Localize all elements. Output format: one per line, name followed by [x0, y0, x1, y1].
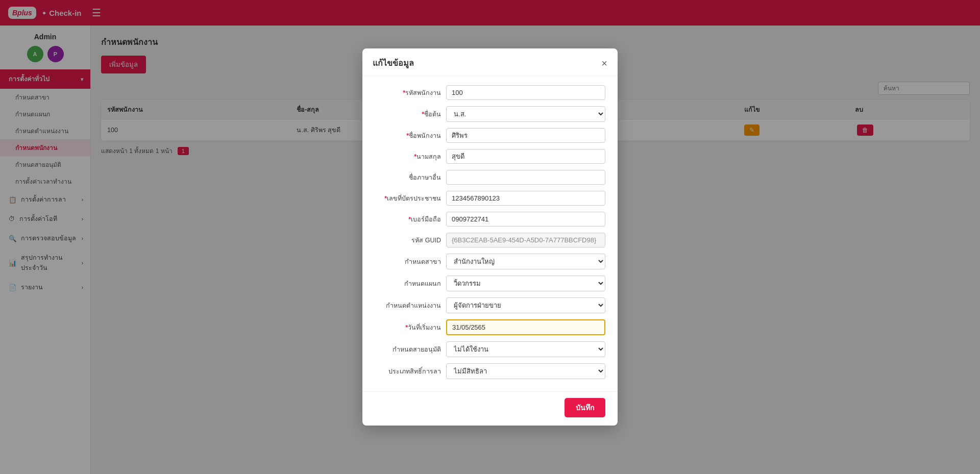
- field-employee-code: *รหัสพนักงาน: [375, 85, 605, 100]
- modal-overlay: แก้ไขข้อมูล × *รหัสพนักงาน *ชื่อต้น นาย …: [0, 0, 980, 474]
- input-lastname[interactable]: [446, 149, 605, 164]
- select-leave-type[interactable]: ไม่มีสิทธิลา สิทธิลาปกติ: [446, 363, 605, 379]
- select-leave-line[interactable]: ไม่ได้ใช้งาน ใช้งาน: [446, 341, 605, 357]
- select-dept[interactable]: วิัดวกรรม บัญชี การตลาด: [446, 276, 605, 291]
- input-guid: [446, 233, 605, 247]
- select-branch[interactable]: สำนักงานใหญ่ สาขา 1 สาขา 2: [446, 254, 605, 269]
- label-dept: กำหนดแผนก: [375, 279, 441, 289]
- select-position[interactable]: ผู้จัดการฝ่ายขาย พนักงาน ผู้จัดการ: [446, 297, 605, 313]
- modal-footer: บันทึก: [362, 391, 618, 426]
- input-start-date[interactable]: [446, 319, 605, 335]
- input-employee-code[interactable]: [446, 85, 605, 100]
- label-leave-line: กำหนดสายอนุมัติ: [375, 344, 441, 355]
- label-phone: *เบอร์มือถือ: [375, 214, 441, 224]
- input-phone[interactable]: [446, 212, 605, 227]
- field-othername: ชื่อภาษาอื่น: [375, 170, 605, 185]
- label-guid: รหัส GUID: [375, 235, 441, 245]
- field-leave-line: กำหนดสายอนุมัติ ไม่ได้ใช้งาน ใช้งาน: [375, 341, 605, 357]
- label-othername: ชื่อภาษาอื่น: [375, 172, 441, 183]
- field-guid: รหัส GUID: [375, 233, 605, 247]
- label-id-card: *เลขที่บัตรประชาชน: [375, 193, 441, 204]
- modal-header: แก้ไขข้อมูล ×: [362, 48, 618, 76]
- label-branch: กำหนดสาขา: [375, 257, 441, 267]
- field-id-card: *เลขที่บัตรประชาชน: [375, 191, 605, 206]
- label-prefix: *ชื่อต้น: [375, 109, 441, 119]
- select-prefix[interactable]: นาย นาง น.ส. Mr. Mrs. Miss: [446, 106, 605, 122]
- field-dept: กำหนดแผนก วิัดวกรรม บัญชี การตลาด: [375, 276, 605, 291]
- label-position: กำหนดตำแหน่งงาน: [375, 301, 441, 311]
- label-firstname: *ชื่อพนักงาน: [375, 131, 441, 141]
- field-start-date: *วันที่เริ่มงาน: [375, 319, 605, 335]
- field-prefix: *ชื่อต้น นาย นาง น.ส. Mr. Mrs. Miss: [375, 106, 605, 122]
- field-branch: กำหนดสาขา สำนักงานใหญ่ สาขา 1 สาขา 2: [375, 254, 605, 269]
- input-id-card[interactable]: [446, 191, 605, 206]
- field-leave-type: ประเภทสิทธิ์การลา ไม่มีสิทธิลา สิทธิลาปก…: [375, 363, 605, 379]
- label-employee-code: *รหัสพนักงาน: [375, 88, 441, 98]
- modal-body: *รหัสพนักงาน *ชื่อต้น นาย นาง น.ส. Mr. M…: [362, 76, 618, 391]
- field-firstname: *ชื่อพนักงาน: [375, 128, 605, 143]
- field-lastname: *นามสกุล: [375, 149, 605, 164]
- input-othername[interactable]: [446, 170, 605, 185]
- save-button[interactable]: บันทึก: [565, 398, 605, 417]
- edit-modal: แก้ไขข้อมูล × *รหัสพนักงาน *ชื่อต้น นาย …: [362, 48, 618, 426]
- field-phone: *เบอร์มือถือ: [375, 212, 605, 227]
- label-lastname: *นามสกุล: [375, 152, 441, 162]
- label-leave-type: ประเภทสิทธิ์การลา: [375, 366, 441, 377]
- input-firstname[interactable]: [446, 128, 605, 143]
- modal-close-button[interactable]: ×: [601, 58, 607, 68]
- field-position: กำหนดตำแหน่งงาน ผู้จัดการฝ่ายขาย พนักงาน…: [375, 297, 605, 313]
- modal-title: แก้ไขข้อมูล: [373, 57, 414, 69]
- label-start-date: *วันที่เริ่มงาน: [375, 322, 441, 333]
